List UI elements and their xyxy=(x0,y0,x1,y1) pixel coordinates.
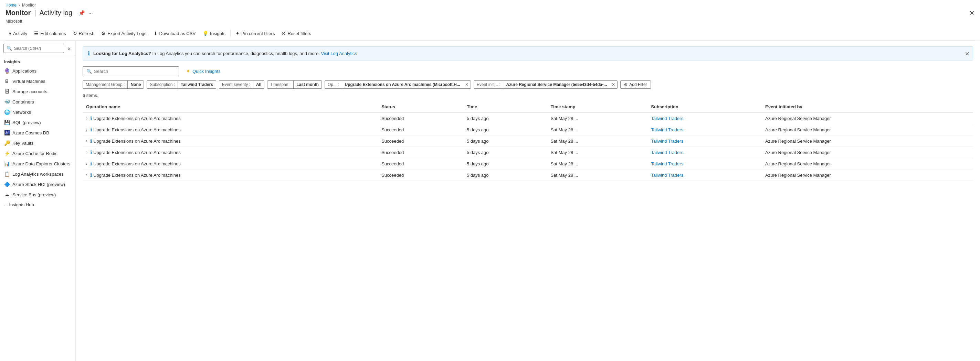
filter-chip-close-4[interactable]: ✕ xyxy=(463,81,471,89)
add-filter-label: Add Filter xyxy=(629,82,647,87)
sidebar-item-icon: 🐳 xyxy=(4,99,10,104)
breadcrumb-current: Monitor xyxy=(22,3,36,8)
activity-button[interactable]: ▾ Activity xyxy=(5,28,31,38)
sidebar-section-title: Insights xyxy=(0,56,75,66)
subscription-link-5[interactable]: Tailwind Traders xyxy=(651,173,683,178)
subscription-link-2[interactable]: Tailwind Traders xyxy=(651,139,683,144)
edit-columns-icon: ☰ xyxy=(34,31,38,36)
status-info-icon-4: ℹ xyxy=(90,161,92,166)
add-filter-button[interactable]: ⊕Add Filter xyxy=(620,81,651,89)
sidebar-item-label: Azure Cosmos DB xyxy=(13,130,49,135)
close-button[interactable]: ✕ xyxy=(969,9,975,17)
filter-chip-key-1: Subscription : xyxy=(147,81,178,89)
content-area: ℹ Looking for Log Analytics? In Log Anal… xyxy=(76,41,980,361)
content-search-box[interactable]: 🔍 xyxy=(83,66,179,76)
breadcrumb-home[interactable]: Home xyxy=(5,3,16,8)
info-text: Looking for Log Analytics? In Log Analyt… xyxy=(93,51,357,56)
refresh-button[interactable]: ↻ Refresh xyxy=(70,28,98,38)
pin-icon[interactable]: 📌 xyxy=(78,10,85,16)
expand-row-button-0[interactable]: › xyxy=(86,116,88,121)
download-button[interactable]: ⬇ Download as CSV xyxy=(150,28,199,38)
initiated-by-cell-4: Azure Regional Service Manager xyxy=(762,158,973,169)
sidebar-search-box[interactable]: 🔍 Search (Ctrl+/) xyxy=(3,44,64,53)
time-cell-2: 5 days ago xyxy=(463,135,547,147)
filter-chip-close-5[interactable]: ✕ xyxy=(609,81,617,89)
content-search-icon: 🔍 xyxy=(86,69,92,74)
pin-filters-button[interactable]: ✦ Pin current filters xyxy=(232,28,278,38)
header: Home › Monitor Monitor | Activity log 📌 … xyxy=(0,0,980,41)
sidebar-item-log-analytics-workspaces[interactable]: 📋Log Analytics workspaces xyxy=(0,169,75,179)
ellipsis-button[interactable]: ··· xyxy=(89,10,93,16)
filter-chip-1: Subscription :Tailwind Traders xyxy=(146,81,216,89)
collapse-sidebar-button[interactable]: « xyxy=(66,45,72,52)
sidebar-item-azure-cosmos-db[interactable]: 🌌Azure Cosmos DB xyxy=(0,128,75,138)
subscription-link-0[interactable]: Tailwind Traders xyxy=(651,116,683,121)
export-label: Export Activity Logs xyxy=(107,31,146,36)
sidebar-item-service-bus-preview[interactable]: ☁Service Bus (preview) xyxy=(0,190,75,200)
sidebar: 🔍 Search (Ctrl+/) « Insights 🔮Applicatio… xyxy=(0,41,76,361)
content-search-input[interactable] xyxy=(94,69,175,74)
items-count: 6 items. xyxy=(83,93,973,98)
expand-row-button-4[interactable]: › xyxy=(86,161,88,166)
sidebar-item-virtual-machines[interactable]: 🖥Virtual Machines xyxy=(0,76,75,86)
quick-insights-label: Quick Insights xyxy=(192,69,221,74)
expand-row-button-2[interactable]: › xyxy=(86,139,88,143)
info-link[interactable]: Visit Log Analytics xyxy=(321,51,357,56)
sidebar-more-label: ... Insights Hub xyxy=(4,202,34,207)
filter-chip-value-2: All xyxy=(253,81,264,89)
sidebar-item-label: Azure Data Explorer Clusters xyxy=(13,161,70,166)
download-icon: ⬇ xyxy=(154,31,158,36)
sidebar-item-azure-stack-hci-preview[interactable]: 🔷Azure Stack HCI (preview) xyxy=(0,179,75,190)
app-container: Home › Monitor Monitor | Activity log 📌 … xyxy=(0,0,980,361)
operation-name-2: Upgrade Extensions on Azure Arc machines xyxy=(93,139,181,144)
edit-columns-button[interactable]: ☰ Edit columns xyxy=(31,28,69,38)
status-cell-4: Succeeded xyxy=(378,158,463,169)
timestamp-cell-0: Sat May 28 ... xyxy=(547,112,648,124)
sidebar-item-icon: 🗄 xyxy=(4,89,10,94)
subscription-link-1[interactable]: Tailwind Traders xyxy=(651,127,683,132)
sidebar-item-icon: 🖥 xyxy=(4,78,10,84)
table-header: Operation nameStatusTimeTime stampSubscr… xyxy=(83,101,973,112)
operation-name-4: Upgrade Extensions on Azure Arc machines xyxy=(93,161,181,166)
reset-filters-button[interactable]: ⊘ Reset filters xyxy=(278,28,315,38)
table-row: ›ℹUpgrade Extensions on Azure Arc machin… xyxy=(83,147,973,158)
quick-insights-button[interactable]: ✦ Quick Insights xyxy=(183,66,223,76)
status-info-icon-3: ℹ xyxy=(90,150,92,155)
sidebar-item-label: Key Vaults xyxy=(13,141,33,146)
subscription-link-3[interactable]: Tailwind Traders xyxy=(651,150,683,155)
info-banner-close-button[interactable]: ✕ xyxy=(965,50,969,57)
export-button[interactable]: ⚙ Export Activity Logs xyxy=(98,28,150,38)
subscription-link-4[interactable]: Tailwind Traders xyxy=(651,161,683,166)
sidebar-item-icon: 🔑 xyxy=(4,140,10,146)
sidebar-item-icon: ☁ xyxy=(4,192,10,197)
filter-chip-key-0: Management Group : xyxy=(83,81,128,89)
sidebar-insights-hub[interactable]: ... Insights Hub xyxy=(0,200,75,210)
filter-chip-value-5: Azure Regional Service Manager (5e5e43d4… xyxy=(503,81,609,89)
sidebar-item-applications[interactable]: 🔮Applications xyxy=(0,66,75,76)
sidebar-item-azure-data-explorer-clusters[interactable]: 📊Azure Data Explorer Clusters xyxy=(0,158,75,169)
status-info-icon-1: ℹ xyxy=(90,127,92,132)
sidebar-item-networks[interactable]: 🌐Networks xyxy=(0,107,75,117)
expand-row-button-1[interactable]: › xyxy=(86,127,88,132)
sidebar-item-sql-preview[interactable]: 💾SQL (preview) xyxy=(0,117,75,128)
time-cell-5: 5 days ago xyxy=(463,169,547,181)
insights-button[interactable]: 💡 Insights xyxy=(199,28,229,38)
filter-chip-0: Management Group :None xyxy=(83,81,144,89)
expand-row-button-3[interactable]: › xyxy=(86,150,88,155)
subscription-cell-2: Tailwind Traders xyxy=(648,135,762,147)
filter-chip-key-2: Event severity : xyxy=(219,81,253,89)
quick-insights-icon: ✦ xyxy=(186,68,190,74)
col-header-subscription: Subscription xyxy=(648,101,762,112)
title-divider: | xyxy=(34,9,36,17)
sidebar-item-azure-cache-for-redis[interactable]: ⚡Azure Cache for Redis xyxy=(0,148,75,158)
initiated-by-cell-0: Azure Regional Service Manager xyxy=(762,112,973,124)
sidebar-item-icon: 🌌 xyxy=(4,130,10,135)
expand-row-button-5[interactable]: › xyxy=(86,173,88,177)
sidebar-item-storage-accounts[interactable]: 🗄Storage accounts xyxy=(0,86,75,97)
sidebar-item-key-vaults[interactable]: 🔑Key Vaults xyxy=(0,138,75,148)
info-banner: ℹ Looking for Log Analytics? In Log Anal… xyxy=(83,46,973,60)
table-row: ›ℹUpgrade Extensions on Azure Arc machin… xyxy=(83,124,973,135)
sidebar-item-containers[interactable]: 🐳Containers xyxy=(0,97,75,107)
sidebar-item-icon: 📊 xyxy=(4,161,10,166)
time-cell-1: 5 days ago xyxy=(463,124,547,135)
